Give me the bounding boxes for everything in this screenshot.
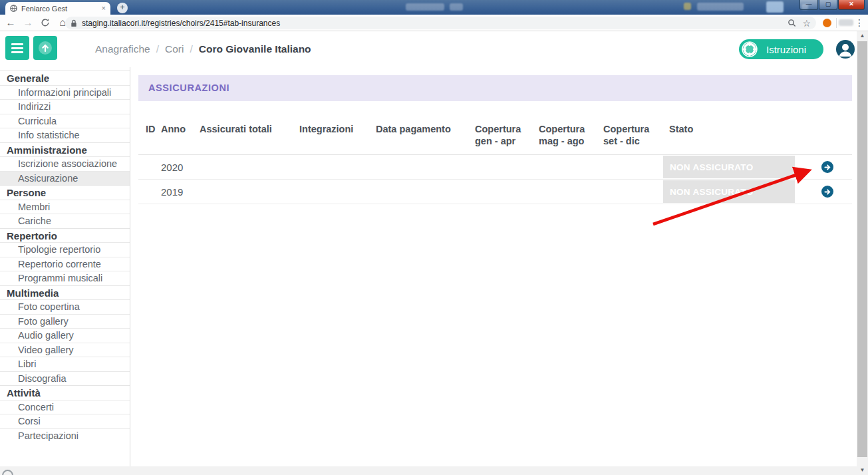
sidebar-item-tipologie-repertorio[interactable]: Tipologie repertorio (0, 242, 130, 257)
cell-integrazioni (299, 180, 376, 204)
extension-icon[interactable] (823, 19, 831, 27)
column-header-copertura-gen-apr: Copertura gen - apr (475, 123, 539, 147)
sidebar-item-programmi-musicali[interactable]: Programmi musicali (0, 271, 130, 285)
scroll-up-icon[interactable]: ▲ (857, 31, 868, 41)
sidebar-item-assicurazione[interactable]: Assicurazione (0, 171, 130, 186)
scroll-down-icon[interactable]: ▼ (857, 466, 868, 475)
help-bubble-icon[interactable] (2, 470, 13, 475)
cell-anno: 2020 (161, 155, 200, 179)
browser-menu-icon[interactable]: ⋮ (855, 17, 864, 29)
arrow-right-icon (824, 188, 831, 196)
table-row-2020: 2020NON ASSICURATO (138, 155, 852, 180)
breadcrumb-item-anagrafiche[interactable]: Anagrafiche (95, 43, 150, 55)
sidebar-item-corsi[interactable]: Corsi (0, 414, 130, 428)
refresh-icon[interactable] (39, 17, 52, 31)
blurred-user-icon (684, 3, 691, 10)
favicon-globe-icon (10, 5, 17, 12)
table-row-2019: 2019NON ASSICURATO (138, 180, 852, 204)
close-window-button[interactable]: ✕ (838, 0, 865, 10)
main-panel: ASSICURAZIONI IDAnnoAssicurati totaliInt… (130, 67, 857, 466)
cell-id (138, 180, 161, 204)
column-header-copertura-set-dic: Copertura set - dic (603, 123, 669, 147)
cell-data-pagamento (376, 180, 475, 204)
vertical-scrollbar-thumb[interactable] (857, 41, 867, 457)
sidebar-item-indirizzi[interactable]: Indirizzi (0, 99, 130, 114)
cell-copertura-gen-apr (475, 180, 539, 204)
sidebar-item-cariche[interactable]: Cariche (0, 214, 130, 228)
upload-button[interactable] (33, 36, 57, 60)
sidebar-item-curricula[interactable]: Curricula (0, 114, 130, 128)
breadcrumb-item-cori[interactable]: Cori (165, 43, 184, 55)
sidebar-nav: GeneraleInformazioni principaliIndirizzi… (0, 67, 130, 466)
open-row-button[interactable] (821, 186, 833, 198)
sidebar-item-partecipazioni[interactable]: Partecipazioni (0, 428, 130, 443)
table-body: 2020NON ASSICURATO2019NON ASSICURATO (138, 155, 852, 204)
sidebar-section-multimedia: Multimedia (0, 285, 130, 300)
window-controls: — ▢ ✕ (799, 0, 865, 10)
blurred-taskbar-text (406, 3, 444, 11)
sidebar-item-foto-copertina[interactable]: Foto copertina (0, 299, 130, 314)
app-header: Anagrafiche/Cori/Coro Giovanile Italiano… (0, 31, 857, 67)
column-header-stato: Stato (669, 123, 852, 147)
bookmark-star-icon[interactable]: ☆ (802, 18, 811, 29)
breadcrumb: Anagrafiche/Cori/Coro Giovanile Italiano (95, 31, 311, 67)
sidebar-item-video-gallery[interactable]: Video gallery (0, 343, 130, 357)
column-header-data-pagamento: Data pagamento (376, 123, 475, 147)
sidebar-item-libri[interactable]: Libri (0, 357, 130, 371)
open-row-button[interactable] (821, 161, 833, 173)
app-page: Anagrafiche/Cori/Coro Giovanile Italiano… (0, 31, 857, 466)
breadcrumb-separator: / (156, 43, 159, 55)
maximize-button[interactable]: ▢ (819, 0, 837, 10)
sidebar-item-audio-gallery[interactable]: Audio gallery (0, 328, 130, 343)
status-badge: NON ASSICURATO (663, 180, 795, 203)
sidebar-item-membri[interactable]: Membri (0, 200, 130, 214)
content-area: GeneraleInformazioni principaliIndirizzi… (0, 67, 857, 466)
sidebar-item-discografia[interactable]: Discografia (0, 371, 130, 386)
horizontal-scrollbar[interactable] (0, 466, 857, 475)
sidebar-section-amministrazione: Amministrazione (0, 142, 130, 157)
instructions-button[interactable]: Istruzioni (739, 39, 823, 59)
zoom-icon[interactable] (788, 19, 796, 27)
cell-data-pagamento (376, 155, 475, 179)
sidebar-section-generale: Generale (0, 71, 130, 85)
url-bar[interactable]: staging.italiacori.it/registries/choirs/… (65, 17, 816, 29)
forward-icon: → (21, 16, 35, 29)
sidebar-item-concerti[interactable]: Concerti (0, 400, 130, 414)
cell-stato: NON ASSICURATO (669, 155, 852, 179)
back-icon[interactable]: ← (4, 16, 17, 29)
window-titlebar: Feniarco Gest × + — ▢ ✕ (0, 0, 868, 15)
cell-integrazioni (299, 155, 376, 179)
sidebar-section-repertorio: Repertorio (0, 228, 130, 243)
new-tab-button[interactable]: + (117, 3, 128, 13)
sidebar-item-foto-gallery[interactable]: Foto gallery (0, 314, 130, 329)
sidebar-toggle-button[interactable] (5, 36, 29, 60)
cell-stato: NON ASSICURATO (669, 180, 852, 204)
url-text[interactable]: staging.italiacori.it/registries/choirs/… (82, 19, 781, 28)
cell-assicurati-totali (200, 180, 299, 204)
blurred-taskbar-text (450, 3, 463, 11)
sidebar-item-informazioni-principali[interactable]: Informazioni principali (0, 85, 130, 100)
lifebuoy-icon (741, 41, 758, 58)
breadcrumb-separator: / (190, 43, 192, 55)
arrow-up-circle-icon (37, 40, 53, 56)
lock-icon (71, 19, 77, 27)
sidebar-item-repertorio-corrente[interactable]: Repertorio corrente (0, 257, 130, 271)
sidebar-item-info-statistiche[interactable]: Info statistiche (0, 128, 130, 142)
column-header-copertura-mag-ago: Copertura mag - ago (539, 123, 603, 147)
instructions-label: Istruzioni (766, 44, 806, 55)
sidebar-section-attivit: Attività (0, 385, 130, 400)
column-header-assicurati-totali: Assicurati totali (200, 123, 299, 147)
close-tab-icon[interactable]: × (102, 5, 106, 12)
browser-tab[interactable]: Feniarco Gest × (5, 2, 110, 15)
breadcrumb-item-coro-giovanile-italiano[interactable]: Coro Giovanile Italiano (199, 43, 311, 55)
minimize-button[interactable]: — (799, 0, 818, 10)
insurances-table: IDAnnoAssicurati totaliIntegrazioniData … (138, 123, 852, 204)
user-avatar[interactable] (836, 40, 855, 59)
browser-toolbar: ← → ⌂ staging.italiacori.it/registries/c… (0, 15, 868, 31)
hamburger-icon (11, 47, 23, 49)
vertical-scrollbar[interactable]: ▲ ▼ (857, 31, 868, 475)
column-header-integrazioni: Integrazioni (299, 123, 376, 147)
cell-anno: 2019 (161, 180, 200, 204)
cell-copertura-mag-ago (539, 180, 603, 204)
sidebar-item-iscrizione-associazione[interactable]: Iscrizione associazione (0, 156, 130, 171)
